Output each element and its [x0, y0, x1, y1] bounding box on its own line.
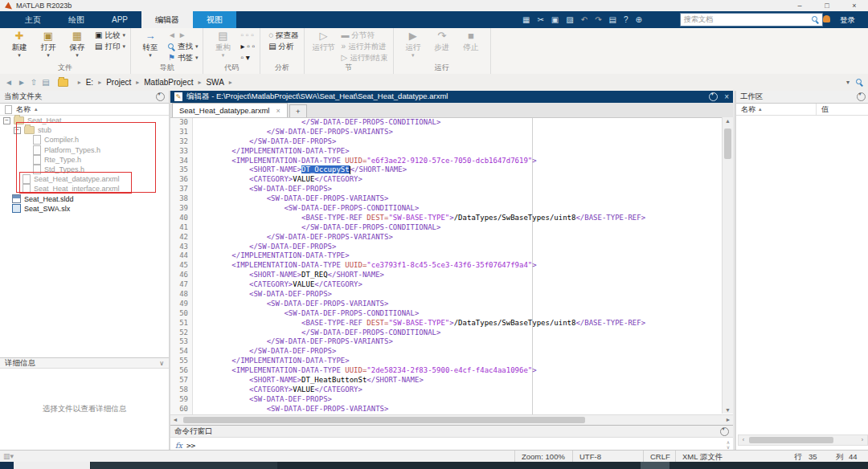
search-icon — [812, 16, 819, 23]
collapse-expander-icon[interactable]: − — [3, 117, 10, 124]
up-folder-icon[interactable]: ⇧ — [31, 78, 37, 87]
workspace-column-header[interactable]: 名称 ▴ 值 — [736, 104, 868, 116]
details-panel-header[interactable]: 详细信息 ∨ — [0, 357, 169, 369]
panel-menu-icon[interactable] — [156, 92, 165, 101]
doc-search-box[interactable]: 搜索文档 — [680, 13, 823, 27]
print-icon[interactable]: ▤ — [609, 13, 616, 27]
breadcrumb-segment[interactable]: Project — [106, 78, 131, 87]
ribbon-button-运行到结束[interactable]: ▷运行到结束 — [342, 52, 388, 63]
new-tab-button[interactable]: + — [289, 104, 307, 117]
tree-item-stub[interactable]: −stub — [0, 125, 169, 135]
tree-item-Std_Types.h[interactable]: Std_Types.h — [0, 165, 169, 174]
scroll-down-icon[interactable]: ▼ — [723, 407, 733, 413]
redo-icon[interactable]: ↷ — [595, 13, 601, 27]
ribbon-button-分析[interactable]: ▤分析 — [268, 41, 298, 52]
ribbon-button-重构[interactable]: ▤重构▾ — [209, 30, 236, 58]
ribbon-tab-视图[interactable]: 视图 — [193, 11, 236, 28]
status-encoding[interactable]: UTF-8 — [572, 451, 643, 463]
community-icon[interactable]: ⊕ — [636, 13, 642, 27]
ribbon-button-label: 分节符 — [352, 31, 375, 41]
tree-item-Seat_Heat_datatype.arxml[interactable]: Seat_Heat_datatype.arxml — [0, 174, 169, 184]
code-text[interactable]: </SW-DATA-DEF-PROPS-CONDITIONAL> </SW-DA… — [193, 118, 733, 414]
ribbon-button-探查器[interactable]: ◌探查器 — [268, 30, 298, 41]
scroll-right-icon[interactable]: › — [858, 435, 867, 445]
scroll-right-icon[interactable]: ► — [723, 415, 733, 425]
status-zoom[interactable]: Zoom: 100% — [514, 451, 572, 463]
cut-icon[interactable]: ✂ — [537, 13, 543, 27]
forward-icon[interactable]: ► — [18, 78, 26, 87]
breadcrumb-segment[interactable]: E: — [86, 78, 93, 87]
tree-item-label: Compiler.h — [44, 136, 79, 144]
ribbon-button-运行节[interactable]: ▷运行节 — [310, 30, 338, 53]
ribbon-button-打开[interactable]: ▣打开▾ — [35, 30, 62, 58]
ribbon-tab-APP[interactable]: APP — [98, 11, 141, 28]
help-icon[interactable]: ? — [624, 13, 628, 27]
ribbon-tab-主页[interactable]: 主页 — [11, 11, 55, 28]
workspace-scroll-thumb[interactable] — [749, 437, 833, 443]
tree-item-Compiler.h[interactable]: Compiler.h — [0, 135, 169, 145]
status-file-type[interactable]: XML 源文件 — [675, 451, 788, 463]
ribbon-button-停止[interactable]: ■停止 — [457, 30, 485, 53]
code-area[interactable]: 3031323334353637383940414243444546474849… — [170, 118, 733, 414]
ribbon-button-转至[interactable]: →转至▾ — [137, 30, 164, 58]
ribbon-button-查找[interactable]: 查找▾ — [168, 41, 199, 52]
tree-item-label: stub — [38, 126, 51, 134]
editor-vertical-scrollbar[interactable]: ▲ ▼ — [722, 117, 733, 414]
tree-item-Rte_Type.h[interactable]: Rte_Type.h — [0, 155, 169, 165]
ribbon-button-运行[interactable]: ▶运行▾ — [399, 30, 427, 58]
code-line: <BASE-TYPE-REF DEST="SW-BASE-TYPE">/Data… — [197, 214, 733, 223]
browse-folder-icon[interactable]: ▤ — [42, 78, 49, 87]
address-search-icon[interactable] — [856, 79, 863, 86]
tree-item-Platform_Types.h[interactable]: Platform_Types.h — [0, 145, 169, 155]
command-window-menu-icon[interactable] — [720, 427, 729, 436]
folder-column-header[interactable]: 名称 ▴ — [0, 104, 169, 116]
minimize-button[interactable]: – — [786, 0, 813, 11]
back-icon[interactable]: ◄ — [5, 78, 13, 87]
layout-selector-icon[interactable]: ▥▾ — [3, 452, 14, 460]
notification-bell-icon[interactable] — [823, 15, 830, 22]
copy-icon[interactable]: ▣ — [551, 13, 559, 27]
ribbon-button-nav-arrows-icon[interactable]: ◄ ► — [168, 30, 199, 41]
ribbon-tab-编辑器[interactable]: 编辑器 — [141, 11, 193, 28]
ribbon-button-code-tools-a-icon[interactable]: ▫ ▫ ▫ — [240, 30, 255, 41]
ribbon-button-code-tools-b-icon[interactable]: ▸ ▫ ▫ — [240, 41, 255, 52]
paste-icon[interactable]: ▨ — [566, 13, 573, 27]
signin-button[interactable]: 登录 — [840, 13, 855, 27]
ribbon-button-分节符[interactable]: ▬分节符 — [342, 30, 388, 41]
ribbon-button-code-tools-c-icon[interactable]: ▫ ▾ — [240, 52, 255, 63]
editor-menu-icon[interactable] — [709, 92, 718, 101]
tree-item-Seat_Heat.sldd[interactable]: Seat_Heat.sldd — [0, 194, 169, 204]
editor-horizontal-scrollbar[interactable]: ◄ ► — [170, 414, 733, 425]
horizontal-scroll-thumb[interactable] — [183, 417, 585, 423]
ribbon-button-新建[interactable]: ✚新建▾ — [6, 30, 33, 58]
scroll-up-icon[interactable]: ▲ — [723, 118, 733, 124]
status-line-ending[interactable]: CRLF — [643, 451, 675, 463]
vertical-scroll-thumb[interactable] — [724, 128, 731, 159]
tree-item-label: Seat_Heat — [27, 116, 62, 124]
close-button[interactable]: × — [841, 0, 868, 11]
editor-tab[interactable]: Seat_Heat_datatype.arxml × — [172, 103, 288, 117]
address-dropdown-icon[interactable]: ▾ — [846, 79, 850, 86]
collapse-expander-icon[interactable]: − — [14, 127, 21, 134]
ribbon-button-步进[interactable]: ↷步进 — [428, 30, 456, 53]
ribbon-button-书签[interactable]: ⚑书签▾ — [168, 52, 199, 63]
workspace-menu-icon[interactable] — [857, 92, 866, 101]
ribbon-tab-绘图[interactable]: 绘图 — [55, 11, 98, 28]
ribbon-button-保存[interactable]: ▦保存▾ — [63, 30, 91, 58]
scroll-left-icon[interactable]: ◄ — [170, 415, 180, 425]
undo-icon[interactable]: ↶ — [581, 13, 588, 27]
tree-item-Seat_Heat_interface.arxml[interactable]: Seat_Heat_interface.arxml — [0, 184, 169, 194]
workspace-horizontal-scrollbar[interactable]: ‹ › — [738, 434, 868, 446]
tree-item-Seat_SWA.slx[interactable]: Seat_SWA.slx — [0, 204, 169, 214]
scroll-left-icon[interactable]: ‹ — [739, 435, 748, 445]
save-icon[interactable]: ▦ — [522, 13, 530, 27]
line-number: 38 — [170, 194, 188, 204]
editor-close-icon[interactable]: × — [724, 93, 729, 101]
maximize-button[interactable]: □ — [813, 0, 841, 11]
breadcrumb-segment[interactable]: MatlabProject — [144, 78, 193, 87]
ribbon-button-运行并前进[interactable]: »运行并前进 — [342, 41, 388, 52]
breadcrumb-segment[interactable]: SWA — [206, 78, 223, 87]
tab-close-icon[interactable]: × — [276, 107, 280, 115]
ribbon-button-打印[interactable]: ▤打印▾ — [95, 41, 125, 52]
ribbon-button-比较[interactable]: ▣比较▾ — [95, 30, 125, 41]
